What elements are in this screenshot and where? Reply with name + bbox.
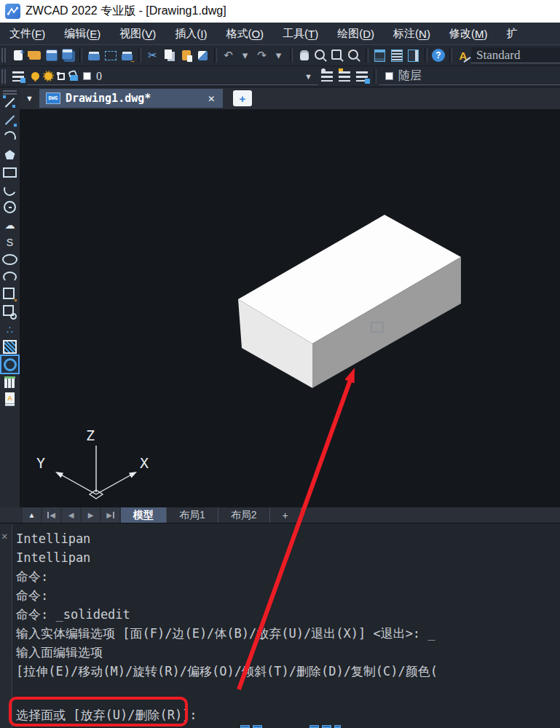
- status-button[interactable]: [309, 725, 319, 728]
- chevron-down-icon[interactable]: ▼: [304, 72, 314, 81]
- table-icon[interactable]: [1, 373, 18, 390]
- status-button[interactable]: [240, 725, 250, 728]
- insert-block-icon[interactable]: [1, 286, 18, 303]
- layer-plot-icon[interactable]: [58, 73, 65, 80]
- expand-tabs-button[interactable]: ▲: [23, 507, 41, 523]
- copy-icon[interactable]: [161, 47, 178, 64]
- text-style-icon[interactable]: A: [455, 47, 471, 64]
- polygon-icon[interactable]: [1, 146, 18, 163]
- arc-icon[interactable]: [1, 129, 18, 146]
- status-button[interactable]: [322, 725, 331, 728]
- layer-color-swatch: [83, 72, 91, 80]
- layer-thaw-icon[interactable]: [44, 72, 52, 80]
- menu-item[interactable]: 修改(M): [440, 23, 497, 44]
- layer-manager-button[interactable]: [9, 68, 27, 85]
- redo-dropdown-icon[interactable]: ▾: [270, 47, 287, 64]
- draw-toolbar: ☁S∴: [0, 87, 20, 507]
- print-icon[interactable]: [85, 47, 102, 64]
- undo-icon[interactable]: ↶: [220, 47, 237, 64]
- toolbar-grip[interactable]: [3, 90, 17, 92]
- prev-tab-button[interactable]: ◀: [62, 507, 80, 523]
- pan-icon[interactable]: [296, 47, 312, 64]
- cut-icon[interactable]: ✂: [144, 47, 161, 64]
- command-prompt[interactable]: 选择面或 [放弃(U)/删除(R)]:: [16, 705, 197, 725]
- make-block-icon[interactable]: [1, 304, 18, 320]
- redo-icon[interactable]: ↷: [253, 47, 270, 64]
- command-window[interactable]: ✕ IntellipanIntellipan命令:命令:命令: _solided…: [0, 524, 560, 728]
- toolbar-grip[interactable]: [1, 69, 6, 84]
- toolbar-separator: [366, 48, 368, 63]
- menu-item[interactable]: 插入(I): [165, 23, 216, 44]
- svg-text:Z: Z: [86, 427, 95, 444]
- hatch-icon[interactable]: [1, 339, 18, 355]
- new-file-icon[interactable]: [9, 47, 26, 64]
- close-command-icon[interactable]: ✕: [1, 530, 7, 542]
- menu-item[interactable]: 编辑(E): [55, 23, 110, 44]
- zoom-window-icon[interactable]: [329, 47, 346, 64]
- layout-tab[interactable]: 布局1: [167, 507, 218, 523]
- paste-icon[interactable]: [178, 47, 194, 64]
- format-painter-icon[interactable]: [194, 47, 211, 64]
- document-tab[interactable]: DWG Drawing1.dwg* ✕: [39, 89, 223, 108]
- toolbar-grip[interactable]: [1, 48, 6, 63]
- next-tab-button[interactable]: ▶: [82, 507, 100, 523]
- tab-list-caret-icon[interactable]: ▼: [20, 94, 39, 103]
- svg-text:X: X: [140, 454, 149, 472]
- polyline-arc-icon[interactable]: [1, 181, 18, 198]
- properties-icon[interactable]: [371, 47, 388, 64]
- save-icon[interactable]: [43, 47, 60, 64]
- circle-icon[interactable]: [1, 199, 18, 215]
- spline-icon[interactable]: S: [1, 234, 18, 250]
- menu-item[interactable]: 文件(F): [0, 23, 55, 44]
- menu-item[interactable]: 格式(O): [216, 23, 273, 44]
- last-tab-button[interactable]: ▶: [101, 507, 119, 523]
- menu-item[interactable]: 标注(N): [384, 23, 440, 44]
- save-all-icon[interactable]: [60, 47, 76, 64]
- undo-dropdown-icon[interactable]: ▾: [237, 47, 253, 64]
- add-layout-tab[interactable]: +: [270, 507, 301, 523]
- mtext-icon[interactable]: [1, 391, 18, 408]
- construction-line-icon[interactable]: [1, 111, 18, 128]
- status-button[interactable]: [334, 725, 341, 728]
- standard-toolbar: ✂↶▾↷▾←?AStandard: [0, 44, 560, 66]
- print-preview-icon[interactable]: [102, 47, 119, 64]
- ellipse-arc-icon[interactable]: [1, 269, 18, 285]
- layer-on-icon[interactable]: [31, 72, 39, 80]
- ellipse-icon[interactable]: [1, 251, 18, 268]
- help-icon[interactable]: ?: [432, 49, 445, 62]
- zoom-previous-icon[interactable]: ←: [346, 47, 363, 64]
- new-tab-button[interactable]: +: [233, 90, 252, 106]
- color-dropdown[interactable]: 随层: [379, 68, 560, 85]
- menu-item[interactable]: 绘图(D): [328, 23, 384, 44]
- layer-states-button[interactable]: [353, 68, 371, 85]
- color-value: 随层: [398, 68, 422, 84]
- donut-icon[interactable]: [1, 356, 18, 373]
- layer-dropdown[interactable]: 0 ▼: [27, 68, 318, 85]
- open-folder-icon[interactable]: [26, 47, 43, 64]
- rectangle-icon[interactable]: [1, 164, 18, 181]
- line-icon[interactable]: [1, 94, 18, 111]
- svg-text:Y: Y: [36, 454, 45, 472]
- layer-unlock-icon[interactable]: [70, 75, 78, 81]
- layer-previous-button[interactable]: [336, 68, 353, 85]
- revision-cloud-icon[interactable]: ☁: [1, 216, 18, 233]
- menu-item[interactable]: 扩: [497, 23, 527, 44]
- menu-item[interactable]: 视图(V): [110, 23, 165, 44]
- design-center-icon[interactable]: [388, 47, 405, 64]
- make-layer-current-button[interactable]: [318, 68, 336, 85]
- zoom-realtime-icon[interactable]: [312, 47, 329, 64]
- toolbar-separator: [79, 48, 82, 63]
- menu-item[interactable]: 工具(T): [273, 23, 328, 44]
- layer-toolbar: 0 ▼ 随层: [0, 66, 560, 87]
- close-tab-icon[interactable]: ✕: [207, 92, 216, 105]
- tool-palette-icon[interactable]: [405, 47, 422, 64]
- point-icon[interactable]: ∴: [1, 321, 18, 338]
- plot-icon[interactable]: [119, 47, 135, 64]
- first-tab-button[interactable]: ◀: [42, 507, 60, 523]
- drawing-canvas[interactable]: Z Y X: [20, 109, 560, 507]
- text-style-dropdown[interactable]: Standard: [471, 47, 560, 63]
- layout-tab[interactable]: 模型: [121, 507, 167, 523]
- status-button[interactable]: [253, 725, 262, 728]
- toolbar-group: ?: [430, 47, 446, 64]
- layout-tab[interactable]: 布局2: [218, 507, 270, 523]
